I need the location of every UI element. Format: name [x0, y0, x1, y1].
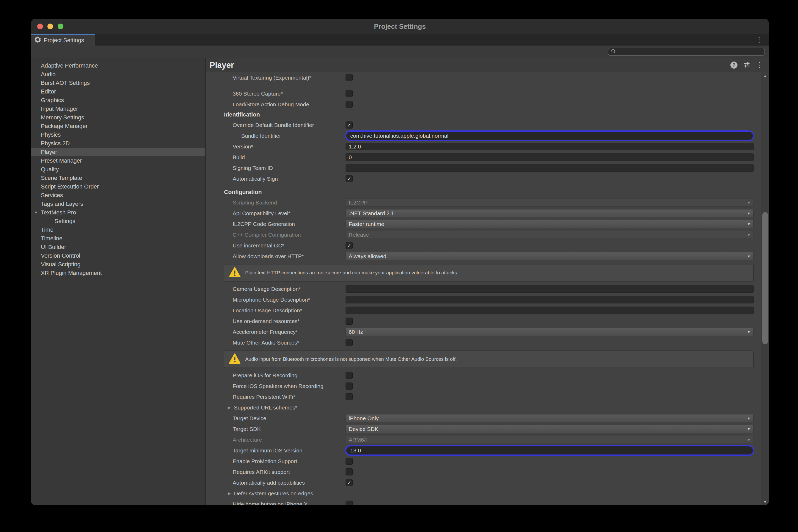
il2cpp-code-generation-dropdown[interactable]: Faster runtime▼	[346, 220, 754, 228]
sidebar-item-textmesh-pro[interactable]: ▼TextMesh Pro	[31, 208, 205, 217]
preset-icon[interactable]	[743, 61, 750, 69]
search-input[interactable]	[618, 48, 764, 55]
page-title: Player	[209, 60, 234, 70]
scripting-backend-dropdown: IL2CPP▼	[346, 198, 754, 207]
row-label: Use incremental GC*	[224, 243, 346, 249]
check-icon: ✓	[347, 122, 351, 128]
row-spacer	[224, 184, 754, 187]
sidebar-item-editor[interactable]: Editor	[31, 87, 205, 96]
api-compatibility-level-dropdown[interactable]: .NET Standard 2.1▼	[346, 209, 754, 217]
automatically-sign-checkbox[interactable]: ✓	[346, 175, 353, 182]
panel-overflow-menu-icon[interactable]: ⋮	[756, 61, 763, 69]
mute-other-audio-sources-checkbox[interactable]	[346, 339, 353, 346]
settings-row: Requires Persistent WiFi*	[224, 392, 754, 402]
sidebar-item-services[interactable]: Services	[31, 191, 205, 200]
sidebar-item-ui-builder[interactable]: UI Builder	[31, 243, 205, 251]
settings-row: Allow downloads over HTTP*Always allowed…	[224, 251, 754, 262]
force-ios-speakers-when-recording-checkbox[interactable]	[346, 382, 353, 390]
row-control: 60 Hz▼	[346, 328, 754, 336]
sidebar-item-time[interactable]: Time	[31, 225, 205, 234]
allow-downloads-over-http-dropdown[interactable]: Always allowed▼	[346, 252, 754, 260]
sidebar-item-settings[interactable]: Settings	[31, 217, 205, 225]
search-icon	[611, 49, 616, 55]
scroll-down-icon[interactable]: ▼	[763, 499, 767, 504]
sidebar-item-scene-template[interactable]: Scene Template	[31, 174, 205, 182]
maximize-window-button[interactable]	[58, 23, 63, 29]
location-usage-description-input[interactable]	[346, 307, 754, 314]
target-device-dropdown[interactable]: iPhone Only▼	[346, 414, 754, 422]
sidebar-item-graphics[interactable]: Graphics	[31, 96, 205, 104]
sidebar-item-package-manager[interactable]: Package Manager	[31, 122, 205, 130]
minimize-window-button[interactable]	[48, 23, 53, 29]
help-icon[interactable]: ?	[730, 61, 738, 69]
row-label: Build	[224, 154, 346, 160]
sidebar-item-xr-plugin-management[interactable]: XR Plugin Management	[31, 269, 205, 277]
sidebar-item-input-manager[interactable]: Input Manager	[31, 104, 205, 113]
accelerometer-frequency-dropdown[interactable]: 60 Hz▼	[346, 328, 754, 336]
sidebar-item-adaptive-performance[interactable]: Adaptive Performance	[31, 61, 205, 70]
sidebar-item-physics-2d[interactable]: Physics 2D	[31, 139, 205, 148]
check-icon: ✓	[347, 243, 351, 249]
sidebar-item-physics[interactable]: Physics	[31, 130, 205, 139]
close-window-button[interactable]	[37, 23, 43, 29]
sidebar-item-label: Player	[41, 149, 57, 155]
sidebar-item-label: Timeline	[41, 235, 62, 242]
sidebar-item-label: Services	[41, 192, 63, 199]
camera-usage-description-input[interactable]	[346, 285, 754, 293]
row-label: Override Default Bundle Identifier	[224, 122, 346, 128]
vertical-scrollbar[interactable]: ▲ ▼	[761, 72, 769, 505]
hide-home-button-on-iphone-x-checkbox[interactable]	[346, 500, 353, 505]
sidebar-item-script-execution-order[interactable]: Script Execution Order	[31, 182, 205, 191]
enable-promotion-support-checkbox[interactable]	[346, 458, 353, 465]
foldout-arrow-icon[interactable]: ▶	[228, 491, 234, 496]
row-control	[346, 468, 754, 475]
signing-team-id-input[interactable]	[346, 164, 754, 172]
use-incremental-gc-checkbox[interactable]: ✓	[346, 242, 353, 249]
scrollbar-thumb[interactable]	[762, 212, 768, 344]
prepare-ios-for-recording-checkbox[interactable]	[346, 372, 353, 379]
sidebar-item-version-control[interactable]: Version Control	[31, 251, 205, 260]
bundle-identifier-input[interactable]: com.hive.tutorial.ios.apple.global.norma…	[346, 132, 753, 140]
requires-arkit-support-checkbox[interactable]	[346, 468, 353, 475]
target-minimum-ios-version-input[interactable]: 13.0	[346, 446, 753, 455]
sidebar-item-visual-scripting[interactable]: Visual Scripting	[31, 260, 205, 269]
sidebar-item-player[interactable]: Player	[31, 148, 205, 156]
sidebar-item-burst-aot-settings[interactable]: Burst AOT Settings	[31, 78, 205, 87]
scroll-up-icon[interactable]: ▲	[763, 74, 767, 78]
tab-project-settings[interactable]: Project Settings	[31, 34, 95, 45]
target-sdk-dropdown[interactable]: Device SDK▼	[346, 425, 754, 433]
version-input[interactable]: 1.2.0	[346, 143, 754, 150]
player-settings-panel: Player ? ⋮ Virtual Texturing (E	[206, 58, 769, 505]
requires-persistent-wifi-checkbox[interactable]	[346, 393, 353, 400]
chevron-down-icon: ▼	[747, 416, 750, 420]
dropdown-value: iPhone Only	[349, 415, 378, 421]
microphone-usage-description-input[interactable]	[346, 296, 754, 303]
sidebar-item-tags-and-layers[interactable]: Tags and Layers	[31, 200, 205, 208]
warning-box: Audio input from Bluetooth microphones i…	[224, 350, 754, 368]
section-header-configuration: Configuration	[224, 187, 754, 197]
use-on-demand-resources-checkbox[interactable]	[346, 318, 353, 325]
360-stereo-capture-checkbox[interactable]	[346, 90, 353, 97]
chevron-expanded-icon[interactable]: ▼	[34, 210, 38, 215]
sidebar-item-timeline[interactable]: Timeline	[31, 234, 205, 243]
sidebar-item-label: Settings	[55, 218, 75, 225]
sidebar-item-quality[interactable]: Quality	[31, 165, 205, 174]
row-control: .NET Standard 2.1▼	[346, 209, 754, 217]
sidebar-item-label: Version Control	[41, 252, 80, 259]
sidebar-item-audio[interactable]: Audio	[31, 70, 205, 78]
row-label: IL2CPP Code Generation	[224, 221, 346, 227]
build-input[interactable]: 0	[346, 153, 754, 161]
c-compiler-configuration-dropdown: Release▼	[346, 231, 754, 239]
row-control: ARM64▼	[346, 436, 754, 444]
load-store-action-debug-mode-checkbox[interactable]	[346, 101, 353, 108]
override-default-bundle-identifier-checkbox[interactable]: ✓	[346, 121, 353, 129]
sidebar-item-memory-settings[interactable]: Memory Settings	[31, 113, 205, 122]
search-box[interactable]	[608, 48, 765, 56]
tab-overflow-menu-icon[interactable]: ⋮	[756, 36, 763, 43]
settings-row: C++ Compiler ConfigurationRelease▼	[224, 229, 754, 240]
settings-row: Automatically add capabilities✓	[224, 477, 754, 488]
foldout-arrow-icon[interactable]: ▶	[228, 405, 234, 410]
automatically-add-capabilities-checkbox[interactable]: ✓	[346, 479, 353, 486]
sidebar-item-preset-manager[interactable]: Preset Manager	[31, 156, 205, 165]
virtual-texturing-experimental-checkbox[interactable]	[346, 74, 353, 81]
